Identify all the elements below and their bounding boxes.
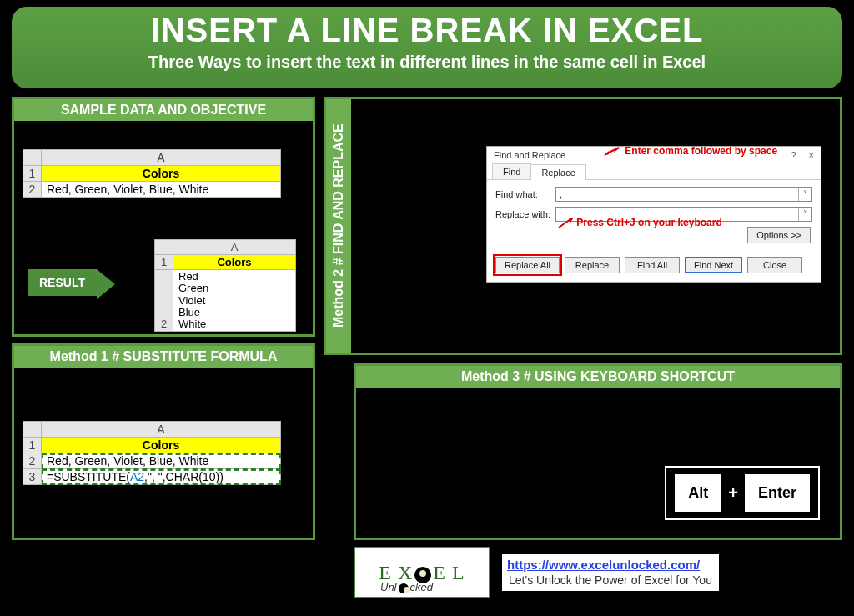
tab-find[interactable]: Find [492,163,531,179]
close-button[interactable]: Close [747,257,802,273]
replace-all-button[interactable]: Replace All [495,257,560,273]
find-all-button[interactable]: Find All [625,257,680,273]
find-replace-dialog: Find and Replace ? × Find Replace Enter … [486,146,821,283]
logo: E XE L Unlcked [354,547,490,598]
footer: E XE L Unlcked https://www.excelunlocked… [354,547,842,598]
find-next-button[interactable]: Find Next [685,257,742,273]
result-badge: RESULT [28,269,97,296]
dialog-tabs: Find Replace Enter comma followed by spa… [487,163,821,180]
key-enter: Enter [745,474,810,512]
panel-method2: Method 2 # FIND AND REPLACE Find and Rep… [324,97,842,355]
row-header: 1 [23,438,42,453]
cell-header: Colors [42,166,281,182]
find-what-input[interactable]: , ˅ [555,187,812,202]
cell-multiline: Red Green Violet Blue White [173,270,296,332]
panel-method1: Method 1 # SUBSTITUTE FORMULA A 1Colors … [12,343,315,540]
svg-line-3 [559,219,570,228]
close-icon[interactable]: × [809,150,814,160]
formula-text: =SUBSTITUTE( [47,470,130,483]
panel-method3-title: Method 3 # USING KEYBOARD SHORTCUT [356,366,840,388]
col-header-a: A [42,150,281,166]
sample-sheet: A 1Colors 2Red, Green, Violet, Blue, Whi… [23,149,281,198]
cell-data: Red, Green, Violet, Blue, White [42,453,281,469]
tab-replace[interactable]: Replace [530,164,585,180]
dialog-title: Find and Replace [494,150,565,160]
chevron-down-icon[interactable]: ˅ [798,188,811,201]
help-icon[interactable]: ? [791,150,796,160]
footer-tagline: Let's Unlock the Power of Excel for You [507,573,714,587]
replace-with-label: Replace with: [495,209,555,219]
options-button[interactable]: Options >> [747,227,811,243]
row-header: 3 [23,469,42,485]
result-label: RESULT [39,276,85,289]
find-what-label: Find what: [495,189,555,199]
shortcut-box: Alt + Enter [665,466,820,520]
annotation-replace: Press Ctrl+J on your keyboard [557,217,722,229]
cell-formula: =SUBSTITUTE(A2,", ",CHAR(10)) [42,469,281,485]
row-header: 1 [23,166,42,182]
col-header-a: A [42,422,281,438]
footer-text: https://www.excelunlocked.com/ Let's Unl… [502,554,719,591]
row-header: 2 [155,270,173,332]
formula-ref: A2 [130,470,144,483]
row-header: 2 [23,182,42,198]
svg-marker-2 [604,151,609,156]
page-title: INSERT A LINE BREAK IN EXCEL [12,12,842,49]
col-header-a: A [173,240,296,255]
panel-method2-title: Method 2 # FIND AND REPLACE [326,99,351,353]
annotation-find: Enter comma followed by space [602,145,777,158]
formula-text: ,", ",CHAR(10)) [144,470,224,483]
panel-sample-title: SAMPLE DATA AND OBJECTIVE [14,99,313,121]
header-banner: INSERT A LINE BREAK IN EXCEL Three Ways … [12,7,842,88]
keyhole-icon [399,583,409,593]
plus-icon: + [728,483,738,503]
replace-button[interactable]: Replace [565,257,620,273]
cell-header: Colors [42,438,281,453]
method1-sheet: A 1Colors 2Red, Green, Violet, Blue, Whi… [23,421,281,485]
key-alt: Alt [675,474,721,512]
row-header: 1 [155,255,173,270]
find-value: , [560,189,562,199]
cell-data: Red, Green, Violet, Blue, White [42,182,281,198]
panel-method1-title: Method 1 # SUBSTITUTE FORMULA [14,346,313,368]
cell-header: Colors [173,255,296,270]
panel-method3: Method 3 # USING KEYBOARD SHORTCUT Alt +… [354,363,842,540]
chevron-down-icon[interactable]: ˅ [798,208,811,221]
result-sheet: A 1Colors 2Red Green Violet Blue White [154,239,296,332]
panel-sample: SAMPLE DATA AND OBJECTIVE A 1Colors 2Red… [12,97,315,337]
footer-link[interactable]: https://www.excelunlocked.com/ [507,558,700,572]
row-header: 2 [23,453,42,469]
page-subtitle: Three Ways to insert the text in differe… [12,53,842,72]
